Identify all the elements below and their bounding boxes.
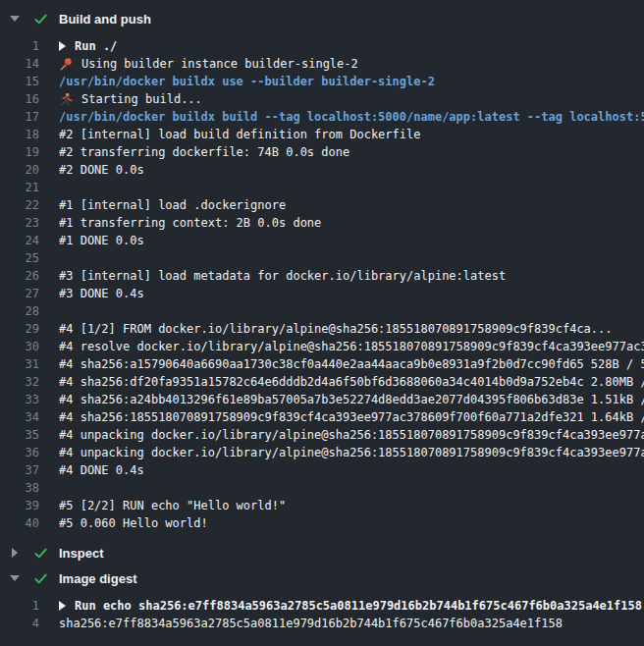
log-line-text: Run echo sha256:e7ff8834a5963a2785c5a081… bbox=[59, 597, 642, 615]
line-number[interactable]: 18 bbox=[0, 126, 39, 143]
line-number[interactable]: 4 bbox=[0, 615, 39, 632]
log-line-text: #2 DONE 0.0s bbox=[59, 161, 144, 179]
log-text: #3 DONE 0.4s bbox=[59, 285, 144, 302]
log-section-image-digest: Image digest1Run echo sha256:e7ff8834a59… bbox=[0, 565, 644, 640]
success-check-icon bbox=[33, 546, 48, 561]
log-text: #1 [internal] load .dockerignore bbox=[59, 196, 286, 214]
line-number[interactable]: 26 bbox=[0, 267, 39, 285]
line-number[interactable]: 38 bbox=[0, 479, 39, 497]
log-text: #4 DONE 0.4s bbox=[59, 461, 144, 479]
log-line: 1Run ./ bbox=[0, 37, 644, 55]
log-line: 29#4 [1/2] FROM docker.io/library/alpine… bbox=[0, 320, 644, 338]
line-number[interactable]: 15 bbox=[0, 73, 39, 90]
log-text: #5 [2/2] RUN echo "Hello world!" bbox=[59, 497, 286, 514]
log-line-text: #4 sha256:a24bb4013296f61e89ba57005a7b3e… bbox=[59, 391, 644, 408]
log-text: /usr/bin/docker buildx use --builder bui… bbox=[59, 73, 435, 90]
log-line-text: #4 sha256:a15790640a6690aa1730c38cf0a440… bbox=[59, 355, 644, 373]
line-number[interactable]: 20 bbox=[0, 161, 39, 179]
log-line: 15/usr/bin/docker buildx use --builder b… bbox=[0, 73, 644, 90]
log-line: 37#4 DONE 0.4s bbox=[0, 461, 644, 479]
log-line-text: #3 DONE 0.4s bbox=[59, 285, 144, 302]
line-number[interactable]: 37 bbox=[0, 461, 39, 479]
log-line-text: #1 transferring context: 2B 0.0s done bbox=[59, 214, 321, 232]
log-line: 17/usr/bin/docker buildx build --tag loc… bbox=[0, 108, 644, 126]
log-line-text: Starting build... bbox=[59, 90, 202, 108]
log-line: 21 bbox=[0, 179, 644, 196]
log-line: 14Using builder instance builder-single-… bbox=[0, 55, 644, 73]
workflow-log-viewer: Build and push1Run ./14Using builder ins… bbox=[0, 0, 644, 646]
line-number[interactable]: 39 bbox=[0, 497, 39, 514]
play-icon[interactable] bbox=[59, 601, 66, 611]
pushpin-icon bbox=[59, 57, 74, 72]
line-number[interactable]: 17 bbox=[0, 108, 39, 126]
log-text: #5 0.060 Hello world! bbox=[59, 514, 208, 532]
log-text: Run ./ bbox=[75, 37, 117, 55]
log-text: #4 sha256:df20fa9351a15782c64e6dddb2d4a6… bbox=[59, 373, 644, 391]
chevron-right-icon[interactable] bbox=[9, 548, 21, 558]
log-line-text: #3 [internal] load metadata for docker.i… bbox=[59, 267, 506, 285]
log-line: 40#5 0.060 Hello world! bbox=[0, 514, 644, 532]
line-number[interactable]: 27 bbox=[0, 285, 39, 302]
log-text: #4 unpacking docker.io/library/alpine@sh… bbox=[59, 444, 644, 461]
line-number[interactable]: 22 bbox=[0, 196, 39, 214]
log-text: #3 [internal] load metadata for docker.i… bbox=[59, 267, 506, 285]
line-number[interactable]: 30 bbox=[0, 338, 39, 355]
line-number[interactable]: 14 bbox=[0, 55, 39, 73]
play-icon[interactable] bbox=[59, 41, 66, 51]
log-text: #2 DONE 0.0s bbox=[59, 161, 144, 179]
section-header-inspect[interactable]: Inspect bbox=[0, 540, 644, 565]
chevron-down-icon[interactable] bbox=[9, 16, 21, 22]
line-number[interactable]: 40 bbox=[0, 514, 39, 532]
log-line-text: #4 DONE 0.4s bbox=[59, 461, 144, 479]
section-header-build-and-push[interactable]: Build and push bbox=[0, 6, 644, 31]
line-number[interactable]: 28 bbox=[0, 302, 39, 320]
chevron-down-icon[interactable] bbox=[9, 575, 21, 581]
line-number[interactable]: 33 bbox=[0, 391, 39, 408]
line-number[interactable]: 16 bbox=[0, 90, 39, 108]
log-line: 20#2 DONE 0.0s bbox=[0, 161, 644, 179]
log-text: #4 resolve docker.io/library/alpine@sha2… bbox=[59, 338, 644, 355]
log-line: 4sha256:e7ff8834a5963a2785c5a0811e979d16… bbox=[0, 615, 644, 632]
log-line: 34#4 sha256:185518070891758909c9f839cf4c… bbox=[0, 408, 644, 426]
line-number[interactable]: 23 bbox=[0, 214, 39, 232]
log-line: 27#3 DONE 0.4s bbox=[0, 285, 644, 302]
log-text: Starting build... bbox=[81, 90, 202, 108]
log-line-text: #4 unpacking docker.io/library/alpine@sh… bbox=[59, 426, 644, 444]
line-number[interactable]: 35 bbox=[0, 426, 39, 444]
line-number[interactable]: 32 bbox=[0, 373, 39, 391]
log-text: #4 unpacking docker.io/library/alpine@sh… bbox=[59, 426, 644, 444]
line-number[interactable]: 29 bbox=[0, 320, 39, 338]
log-line-text: #4 sha256:185518070891758909c9f839cf4ca3… bbox=[59, 408, 644, 426]
runner-icon bbox=[59, 92, 74, 107]
line-number[interactable]: 1 bbox=[0, 597, 39, 615]
log-text: #2 transferring dockerfile: 74B 0.0s don… bbox=[59, 143, 349, 161]
log-line-text: /usr/bin/docker buildx use --builder bui… bbox=[59, 73, 435, 90]
line-number[interactable]: 34 bbox=[0, 408, 39, 426]
line-number[interactable]: 36 bbox=[0, 444, 39, 461]
success-check-icon bbox=[33, 12, 48, 27]
log-text: #4 sha256:a15790640a6690aa1730c38cf0a440… bbox=[59, 355, 644, 373]
log-line-text: #1 DONE 0.0s bbox=[59, 232, 144, 249]
log-text: sha256:e7ff8834a5963a2785c5a0811e979d16b… bbox=[59, 615, 563, 632]
line-number[interactable]: 31 bbox=[0, 355, 39, 373]
line-number[interactable]: 24 bbox=[0, 232, 39, 249]
log-line: 1Run echo sha256:e7ff8834a5963a2785c5a08… bbox=[0, 597, 644, 615]
log-text: Using builder instance builder-single-2 bbox=[81, 55, 358, 73]
log-text: Run echo sha256:e7ff8834a5963a2785c5a081… bbox=[75, 597, 642, 615]
line-number[interactable]: 19 bbox=[0, 143, 39, 161]
log-line: 39#5 [2/2] RUN echo "Hello world!" bbox=[0, 497, 644, 514]
line-number[interactable]: 25 bbox=[0, 249, 39, 267]
line-number[interactable]: 1 bbox=[0, 37, 39, 55]
log-line-text: #4 sha256:df20fa9351a15782c64e6dddb2d4a6… bbox=[59, 373, 644, 391]
log-line: 16Starting build... bbox=[0, 90, 644, 108]
log-line-text: Using builder instance builder-single-2 bbox=[59, 55, 358, 73]
log-line: 26#3 [internal] load metadata for docker… bbox=[0, 267, 644, 285]
section-title: Inspect bbox=[59, 546, 104, 561]
section-title: Image digest bbox=[59, 571, 136, 586]
log-text: #2 [internal] load build definition from… bbox=[59, 126, 420, 143]
log-line: 25 bbox=[0, 249, 644, 267]
log-line-text: #5 [2/2] RUN echo "Hello world!" bbox=[59, 497, 286, 514]
section-header-image-digest[interactable]: Image digest bbox=[0, 565, 644, 591]
line-number[interactable]: 21 bbox=[0, 179, 39, 196]
log-section-build-and-push: Build and push1Run ./14Using builder ins… bbox=[0, 6, 644, 540]
